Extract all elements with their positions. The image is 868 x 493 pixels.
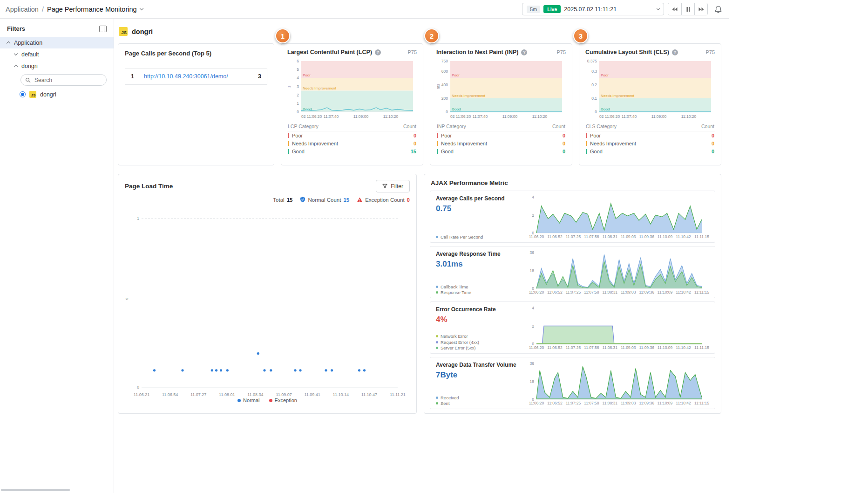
application-title: dongri	[132, 28, 153, 35]
category-count: 0	[563, 149, 565, 154]
legend-dot	[436, 341, 438, 343]
legend-item: Normal	[237, 397, 259, 403]
category-color-bar	[437, 149, 438, 154]
help-icon[interactable]	[521, 49, 527, 55]
help-icon[interactable]	[672, 49, 678, 55]
category-label: Poor	[292, 133, 303, 138]
svg-text:4: 4	[532, 306, 534, 310]
horizontal-scrollbar-thumb[interactable]	[1, 489, 70, 491]
svg-text:6: 6	[297, 59, 299, 63]
svg-text:11:09:36: 11:09:36	[639, 234, 654, 239]
category-color-bar	[586, 141, 587, 146]
svg-text:11:10:09: 11:10:09	[658, 290, 673, 294]
fast-forward-button[interactable]	[694, 3, 707, 15]
svg-text:Poor: Poor	[601, 73, 609, 77]
legend-label: Network Error	[441, 334, 468, 339]
category-color-bar	[288, 133, 289, 138]
svg-text:11:11:21: 11:11:21	[390, 392, 406, 397]
exception-count-label: Exception Count	[365, 197, 404, 203]
svg-text:18: 18	[530, 379, 535, 384]
ajax-panel-error-rate: Error Occurrence Rate 4% Network Error R…	[430, 301, 715, 354]
legend-item: Exception	[269, 397, 297, 403]
page-load-summary: Total 15 Normal Count 15 Exception Count…	[125, 197, 410, 203]
svg-text:3: 3	[297, 84, 299, 89]
svg-text:36: 36	[530, 250, 535, 255]
agent-item-dongri[interactable]: JS dongri	[0, 88, 114, 101]
svg-text:11:09:03: 11:09:03	[621, 290, 636, 294]
category-count: 0	[563, 133, 565, 138]
svg-text:0: 0	[595, 110, 597, 114]
panel-legend: Callback Time Response Time	[436, 284, 523, 295]
error-rate-chart[interactable]: 02411:06:2011:06:5211:07:2511:07:5811:08…	[523, 306, 710, 350]
step-badge-2: 2	[424, 28, 439, 43]
svg-text:11:09:00: 11:09:00	[651, 114, 667, 119]
rewind-button[interactable]	[668, 3, 681, 15]
pause-icon	[686, 7, 690, 12]
tree-item-default[interactable]: default	[0, 48, 114, 60]
svg-text:11:08:31: 11:08:31	[603, 401, 618, 405]
category-row: Poor 0	[585, 131, 715, 139]
svg-text:2: 2	[532, 324, 534, 329]
svg-text:11:11:15: 11:11:15	[694, 290, 709, 294]
panel-value: 3.01ms	[436, 260, 523, 269]
legend-item: Request Error (4xx)	[436, 340, 523, 345]
page-url-link[interactable]: http://10.10.49.240:30061/demo/	[144, 73, 253, 80]
step-badge-1: 1	[275, 28, 290, 43]
response-time-chart[interactable]: 0183611:06:2011:06:5211:07:2511:07:5811:…	[523, 251, 710, 295]
main-content: JS dongri Page Calls per Second (Top 5) …	[114, 19, 729, 493]
svg-text:11:11:15: 11:11:15	[694, 345, 709, 350]
svg-text:11:08:31: 11:08:31	[603, 234, 618, 239]
radio-selected-icon[interactable]	[20, 91, 26, 97]
svg-text:11:07:40: 11:07:40	[473, 114, 488, 119]
notifications-button[interactable]	[713, 4, 723, 14]
svg-text:1: 1	[297, 101, 299, 106]
category-row: Needs Improvement 0	[585, 139, 715, 147]
category-header: INP Category	[437, 123, 466, 129]
svg-text:1: 1	[137, 216, 139, 221]
help-icon[interactable]	[375, 49, 381, 55]
lcp-chart[interactable]: PoorNeeds ImprovementGood012345602 11:06…	[287, 59, 417, 119]
svg-text:11:08:31: 11:08:31	[603, 345, 618, 350]
page-load-scatter-chart[interactable]: 0111:06:2111:06:5411:07:2711:08:0111:08:…	[125, 203, 410, 397]
chevron-down-icon[interactable]	[139, 7, 143, 10]
svg-text:11:09:36: 11:09:36	[639, 290, 654, 294]
category-table-header: LCP Category Count	[287, 121, 417, 131]
js-badge: JS	[29, 91, 36, 98]
tree-item-application[interactable]: Application	[0, 37, 114, 48]
pause-button[interactable]	[681, 3, 694, 15]
calls-per-second-chart[interactable]: 02411:06:2011:06:5211:07:2511:07:5811:08…	[523, 195, 710, 240]
svg-text:s: s	[287, 85, 292, 87]
tree-search-input[interactable]	[34, 76, 94, 84]
svg-text:11:07:25: 11:07:25	[566, 234, 581, 239]
category-count: 15	[411, 149, 416, 154]
inp-chart[interactable]: PoorNeeds ImprovementGood020040060075002…	[436, 59, 566, 119]
svg-text:Needs Improvement: Needs Improvement	[601, 94, 635, 98]
tree-item-label: default	[21, 51, 39, 58]
data-transfer-chart[interactable]: 0183611:06:2011:06:5211:07:2511:07:5811:…	[523, 362, 710, 406]
category-color-bar	[288, 149, 289, 154]
svg-text:s: s	[124, 298, 129, 300]
svg-text:02 11:06:20: 02 11:06:20	[599, 114, 620, 119]
cls-chart[interactable]: PoorNeeds ImprovementGood00.10.20.30.375…	[585, 59, 715, 119]
playback-controls	[668, 3, 708, 15]
live-badge: Live	[543, 5, 561, 13]
legend-item: Sent	[436, 401, 523, 406]
total-label: Total	[273, 197, 284, 203]
category-table: Poor 0 Needs Improvement 0 Good 15	[287, 131, 417, 155]
breadcrumb-root[interactable]: Application	[6, 6, 39, 13]
tree-item-dongri[interactable]: dongri	[0, 60, 114, 72]
time-range-control[interactable]: 5m Live 2025.07.02 11:11:21	[522, 3, 664, 15]
svg-text:11:06:20: 11:06:20	[529, 290, 544, 294]
category-row: Good 0	[585, 147, 715, 155]
breadcrumb-current[interactable]: Page Performance Monitoring	[47, 6, 137, 13]
filter-button[interactable]: Filter	[376, 180, 410, 192]
exception-count-stat: Exception Count 0	[357, 197, 410, 203]
page-calls-row: 1 http://10.10.49.240:30061/demo/ 3	[125, 68, 267, 85]
collapse-sidebar-button[interactable]	[99, 26, 107, 32]
application-header: JS dongri	[119, 27, 721, 36]
chevron-up-icon	[7, 41, 10, 45]
svg-text:2: 2	[532, 213, 534, 218]
svg-text:Good: Good	[452, 107, 461, 111]
svg-text:11:07:40: 11:07:40	[324, 114, 339, 119]
datetime-value: 2025.07.02 11:11:21	[564, 6, 654, 13]
